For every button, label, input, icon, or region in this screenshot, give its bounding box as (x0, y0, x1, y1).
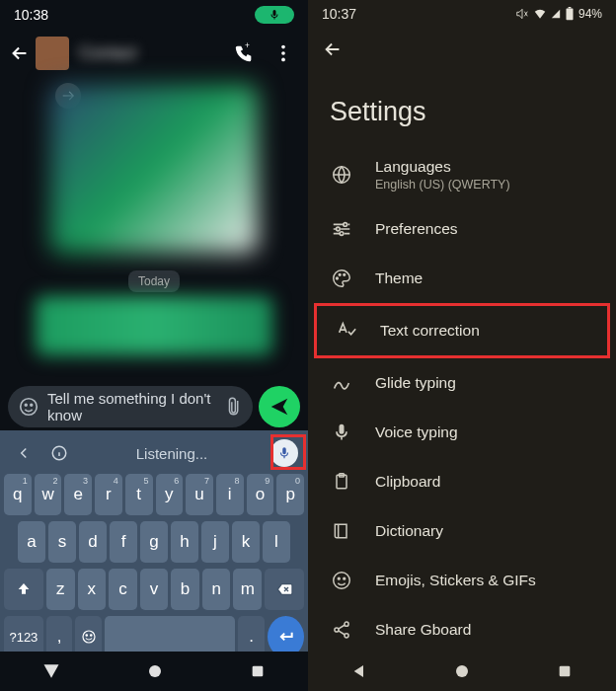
back-button[interactable] (8, 41, 32, 65)
key-n[interactable]: n (202, 569, 231, 610)
setting-subtitle: English (US) (QWERTY) (375, 178, 510, 192)
message-image-blurred[interactable] (50, 85, 258, 253)
setting-label: Glide typing (375, 374, 456, 392)
key-t[interactable]: t5 (125, 474, 153, 515)
setting-languages[interactable]: LanguagesEnglish (US) (QWERTY) (312, 145, 612, 204)
emoji-icon[interactable] (18, 396, 39, 418)
setting-glide-typing[interactable]: Glide typing (312, 358, 612, 408)
status-bar-right: 10:37 94% (308, 0, 616, 28)
gboard-settings-screen: 10:37 94% Settings LanguagesEnglish (US)… (308, 0, 616, 691)
battery-icon (565, 7, 575, 21)
key-s[interactable]: s (48, 521, 76, 563)
key-q[interactable]: q1 (4, 474, 32, 515)
svg-point-10 (90, 635, 92, 637)
key-u[interactable]: u7 (186, 474, 213, 515)
setting-voice-typing[interactable]: Voice typing (312, 408, 612, 457)
more-menu-button[interactable] (272, 42, 294, 64)
kb-info-icon[interactable] (45, 439, 73, 467)
nav-recent[interactable] (250, 663, 266, 679)
setting-theme[interactable]: Theme (312, 254, 612, 303)
key-backspace[interactable] (265, 569, 304, 610)
key-g[interactable]: g (140, 521, 168, 563)
key-shift[interactable] (4, 569, 43, 610)
svg-point-26 (344, 577, 346, 579)
key-j[interactable]: j (201, 521, 229, 563)
svg-point-11 (149, 665, 161, 677)
svg-point-20 (339, 273, 341, 275)
setting-text-correction[interactable]: Text correction (314, 303, 610, 358)
svg-point-18 (340, 232, 344, 236)
key-b[interactable]: b (171, 569, 199, 610)
wifi-icon (533, 7, 547, 21)
key-w[interactable]: w2 (35, 474, 62, 515)
key-i[interactable]: i8 (216, 474, 244, 515)
key-r[interactable]: r4 (95, 474, 122, 515)
nav-home[interactable] (453, 662, 471, 680)
setting-label: Languages (375, 158, 510, 176)
key-v[interactable]: v (140, 569, 169, 610)
status-time-right: 10:37 (322, 6, 356, 22)
kb-back-icon[interactable] (10, 439, 38, 467)
attach-icon[interactable] (219, 393, 247, 421)
setting-preferences[interactable]: Preferences (312, 204, 612, 254)
date-chip: Today (128, 270, 180, 292)
svg-point-16 (344, 223, 347, 227)
setting-clipboard[interactable]: Clipboard (312, 457, 612, 506)
key-e[interactable]: e3 (64, 474, 92, 515)
setting-share[interactable]: Share Gboard (312, 605, 612, 654)
spellcheck-icon (335, 319, 358, 343)
setting-label: Clipboard (375, 473, 440, 491)
mic-active-pill[interactable] (255, 6, 294, 24)
setting-dictionary[interactable]: Dictionary (312, 506, 612, 556)
settings-back-button[interactable] (308, 28, 616, 71)
mic-icon (330, 421, 353, 444)
chat-messages-area[interactable]: Today (0, 77, 308, 383)
mic-highlight-box (270, 434, 306, 470)
key-a[interactable]: a (18, 521, 45, 563)
svg-point-1 (281, 45, 285, 49)
chat-header: Contact + (0, 30, 308, 77)
mute-icon (515, 7, 529, 21)
setting-emojis[interactable]: Emojis, Stickers & GIFs (312, 556, 612, 605)
svg-point-6 (31, 404, 33, 406)
message-input-text: Tell me something I don't know (47, 390, 223, 423)
svg-point-3 (281, 58, 285, 62)
key-x[interactable]: x (78, 569, 107, 610)
setting-label: Text correction (380, 322, 480, 340)
message-input-box[interactable]: Tell me something I don't know (8, 386, 253, 427)
clipboard-icon (330, 470, 353, 494)
status-icons: 94% (515, 7, 602, 21)
palette-icon (330, 267, 353, 290)
key-y[interactable]: y6 (156, 474, 184, 515)
svg-point-19 (337, 277, 339, 279)
settings-title: Settings (308, 71, 616, 145)
key-o[interactable]: o9 (247, 474, 274, 515)
key-c[interactable]: c (109, 569, 137, 610)
svg-point-9 (86, 635, 88, 637)
key-f[interactable]: f (110, 521, 137, 563)
nav-back[interactable] (351, 663, 367, 679)
setting-label: Dictionary (375, 522, 443, 540)
svg-point-24 (334, 573, 350, 589)
emoji-icon (330, 569, 353, 592)
key-m[interactable]: m (233, 569, 262, 610)
nav-home[interactable] (146, 662, 164, 680)
key-h[interactable]: h (171, 521, 198, 563)
svg-rect-31 (560, 666, 571, 677)
gesture-icon (330, 371, 353, 395)
svg-point-8 (83, 631, 95, 643)
setting-label: Emojis, Stickers & GIFs (375, 572, 536, 589)
contact-name[interactable]: Contact (79, 43, 233, 63)
battery-percent: 94% (578, 7, 602, 21)
contact-avatar[interactable] (36, 37, 69, 70)
video-call-button[interactable]: + (233, 42, 255, 64)
key-z[interactable]: z (46, 569, 75, 610)
nav-back[interactable] (42, 662, 60, 680)
key-l[interactable]: l (263, 521, 290, 563)
key-d[interactable]: d (79, 521, 107, 563)
key-p[interactable]: p0 (276, 474, 304, 515)
nav-recent[interactable] (557, 663, 573, 679)
message-bubble-blurred[interactable] (36, 296, 272, 355)
send-button[interactable] (259, 386, 300, 427)
key-k[interactable]: k (232, 521, 260, 563)
